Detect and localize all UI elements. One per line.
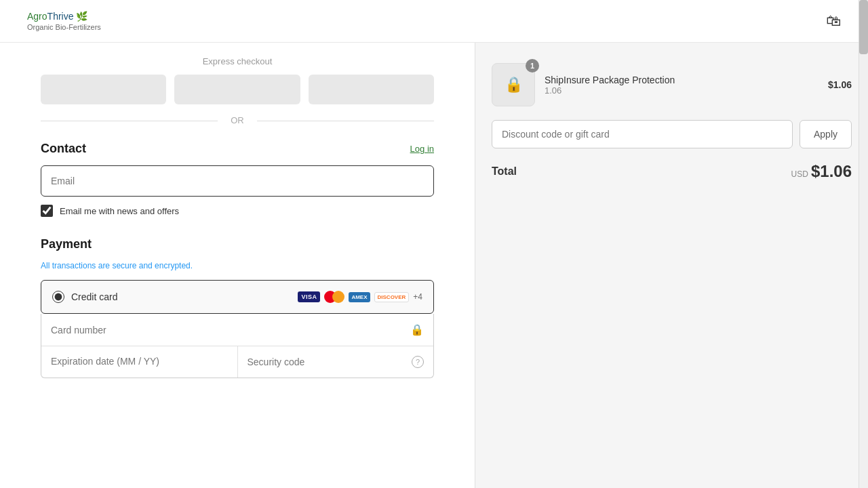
credit-card-option[interactable]: Credit card VISA AMEX DISCOVER +4	[41, 280, 434, 314]
payment-title: Payment	[41, 237, 92, 251]
item-details: ShipInsure Package Protection 1.06	[545, 75, 818, 96]
credit-card-label: Credit card	[71, 291, 117, 302]
item-name: ShipInsure Package Protection	[545, 75, 818, 85]
total-row: Total USD $1.06	[492, 162, 852, 181]
logo-agro: Agro	[27, 11, 47, 22]
express-buttons	[41, 75, 434, 104]
log-in-link[interactable]: Log in	[410, 144, 434, 154]
payment-section-header: Payment	[41, 237, 434, 251]
express-btn-1[interactable]	[41, 75, 166, 104]
visa-icon: VISA	[298, 291, 320, 302]
discount-input[interactable]	[492, 120, 793, 148]
amex-icon: AMEX	[349, 292, 370, 302]
card-bottom-row: ?	[41, 346, 433, 378]
site-header: AgroThrive 🌿 Organic Bio-Fertilizers 🛍	[0, 0, 868, 43]
email-input[interactable]	[41, 165, 434, 197]
express-btn-3[interactable]	[309, 75, 434, 104]
item-variant: 1.06	[545, 85, 818, 96]
mastercard-icon	[324, 290, 344, 304]
security-input[interactable]	[248, 357, 406, 367]
or-divider: OR	[41, 115, 434, 125]
discover-icon: DISCOVER	[374, 292, 410, 302]
security-field: ?	[238, 346, 434, 378]
apply-button[interactable]: Apply	[800, 120, 852, 148]
card-more-label: +4	[413, 292, 422, 302]
total-label: Total	[492, 165, 517, 178]
contact-title: Contact	[41, 142, 86, 156]
card-fields: 🔒 ?	[41, 314, 434, 378]
leaf-icon: 🌿	[76, 11, 87, 22]
product-lock-icon: 🔒	[505, 76, 523, 94]
contact-section-header: Contact Log in	[41, 142, 434, 156]
card-icons: VISA AMEX DISCOVER +4	[298, 290, 422, 304]
cart-button[interactable]: 🛍	[826, 12, 841, 30]
credit-card-radio[interactable]	[52, 291, 64, 303]
secure-note: All transactions are secure and encrypte…	[41, 261, 434, 270]
newsletter-label: Email me with news and offers	[60, 206, 179, 216]
lock-icon: 🔒	[410, 323, 424, 336]
discount-row: Apply	[492, 120, 852, 148]
item-price: $1.06	[828, 79, 852, 90]
newsletter-row: Email me with news and offers	[41, 205, 434, 217]
item-badge: 1	[526, 59, 539, 73]
payment-section: Payment All transactions are secure and …	[41, 237, 434, 378]
express-checkout-label: Express checkout	[41, 56, 434, 66]
logo: AgroThrive 🌿 Organic Bio-Fertilizers	[27, 11, 101, 31]
item-image: 🔒 1	[492, 63, 535, 106]
total-amount: USD $1.06	[791, 162, 852, 181]
total-currency: USD	[791, 169, 808, 179]
left-panel: Express checkout OR Contact Log in Email…	[0, 43, 475, 488]
newsletter-checkbox[interactable]	[41, 205, 53, 217]
express-btn-2[interactable]	[174, 75, 300, 104]
expiry-field	[41, 346, 238, 378]
browser-scrollbar[interactable]	[859, 0, 868, 488]
order-item: 🔒 1 ShipInsure Package Protection 1.06 $…	[492, 63, 852, 106]
card-number-input[interactable]	[51, 325, 387, 336]
logo-tagline: Organic Bio-Fertilizers	[27, 23, 101, 31]
card-number-row: 🔒	[41, 314, 433, 346]
payment-left: Credit card	[52, 291, 117, 303]
logo-thrive: Thrive	[47, 11, 74, 22]
scroll-thumb[interactable]	[859, 0, 868, 54]
security-help-icon[interactable]: ?	[412, 356, 424, 368]
right-panel: 🔒 1 ShipInsure Package Protection 1.06 $…	[475, 43, 868, 488]
total-value: $1.06	[811, 162, 852, 181]
expiry-input[interactable]	[51, 356, 228, 367]
